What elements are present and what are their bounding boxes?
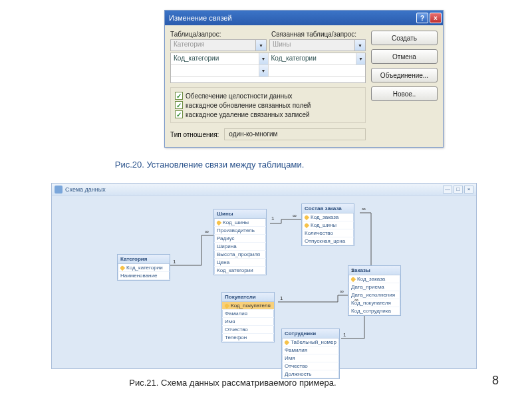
related-table-combo-value: Шины	[273, 41, 291, 48]
table-field[interactable]: Фамилия	[222, 310, 274, 318]
table-field[interactable]: Высота_профиля	[214, 251, 266, 259]
table-field[interactable]: Код_заказа	[348, 275, 400, 283]
checkbox-integrity-label: Обеспечение целостности данных	[186, 92, 292, 100]
table-field[interactable]: Количество	[302, 229, 354, 237]
help-button[interactable]: ?	[416, 13, 428, 23]
table-pokupateli[interactable]: ПокупателиКод_покупателяФамилияИмяОтчест…	[221, 292, 275, 342]
table-field[interactable]: Цена	[214, 259, 266, 267]
table-field[interactable]: Отпускная_цена	[302, 237, 354, 245]
checkbox-cascade-update-label: каскадное обновление связанных полей	[186, 102, 311, 109]
rel-many: ∞	[340, 289, 344, 295]
schema-titlebar[interactable]: Схема данных — □ ×	[52, 184, 476, 196]
rel-many: ∞	[354, 297, 358, 303]
checkbox-cascade-delete[interactable]: ✓	[175, 110, 183, 118]
checkbox-cascade-update[interactable]: ✓	[175, 101, 183, 109]
related-table-combo[interactable]: Шины ▼	[269, 39, 366, 51]
dialog-titlebar[interactable]: Изменение связей ? ×	[165, 11, 443, 25]
close-button[interactable]: ×	[430, 13, 442, 23]
table-field[interactable]: Имя	[222, 318, 274, 326]
table-combo-value: Категория	[174, 41, 205, 48]
cancel-button[interactable]: Отмена	[371, 49, 438, 64]
new-button[interactable]: Новое..	[371, 86, 438, 101]
rel-one: 1	[351, 267, 354, 273]
data-schema-window: Схема данных — □ × КатегорияКод_категори…	[51, 183, 477, 369]
rel-one: 1	[271, 215, 274, 221]
table-field[interactable]: Радиус	[214, 235, 266, 243]
table-field[interactable]: Фамилия	[282, 346, 339, 354]
table-header: Покупатели	[222, 293, 274, 302]
table-field[interactable]: Табельный_номер	[282, 338, 339, 346]
table-combo[interactable]: Категория ▼	[170, 39, 267, 51]
table-field[interactable]: Код_покупателя	[222, 302, 274, 310]
rel-one: 1	[343, 332, 346, 338]
rel-many: ∞	[205, 229, 209, 235]
table-field[interactable]: Код_шины	[302, 221, 354, 229]
table-query-label: Таблица/запрос:	[170, 31, 265, 38]
table-kategoria[interactable]: КатегорияКод_категорииНаименование	[117, 254, 170, 281]
rel-many: ∞	[293, 213, 297, 219]
table-field[interactable]: Имя	[282, 354, 339, 362]
table-field[interactable]: Ширина	[214, 243, 266, 251]
app-icon	[55, 186, 63, 194]
close-button[interactable]: ×	[464, 186, 473, 194]
chevron-down-icon: ▼	[255, 40, 266, 51]
rel-many: ∞	[362, 206, 366, 212]
rel-one: 1	[173, 259, 176, 265]
table-field[interactable]: Отчество	[282, 362, 339, 370]
rel-one: 1	[280, 295, 283, 301]
table-header: Сотрудники	[282, 329, 339, 338]
maximize-button[interactable]: □	[454, 186, 463, 194]
create-button[interactable]: Создать	[371, 31, 438, 45]
table-field[interactable]: Отчество	[222, 326, 274, 334]
figure-20-caption: Рис.20. Установление связи между таблица…	[66, 160, 352, 170]
checkbox-integrity[interactable]: ✓	[175, 92, 183, 100]
relationship-type-label: Тип отношения:	[170, 131, 219, 138]
dialog-title: Изменение связей	[169, 14, 416, 22]
minimize-button[interactable]: —	[443, 186, 452, 194]
table-sostav[interactable]: Состав заказаКод_заказаКод_шиныКоличеств…	[301, 203, 354, 246]
related-table-label: Связанная таблица/запрос:	[271, 31, 366, 38]
table-field[interactable]: Код_заказа	[302, 213, 354, 221]
table-field[interactable]: Код_категории	[214, 267, 266, 275]
field-left: Код_категории	[174, 55, 219, 62]
table-field[interactable]: Производитель	[214, 227, 266, 235]
join-button[interactable]: Объединение...	[371, 68, 438, 82]
table-shiny[interactable]: ШиныКод_шиныПроизводительРадиусШиринаВыс…	[213, 209, 267, 275]
checkbox-cascade-delete-label: каскадное удаление связанных записей	[186, 111, 310, 118]
field-right: Код_категории	[271, 55, 317, 62]
table-field[interactable]: Дата_приема	[348, 283, 400, 291]
table-field[interactable]: Код_сотрудника	[348, 307, 400, 315]
figure-21-caption: Рис.21. Схема данных рассматриваемого пр…	[66, 378, 399, 388]
table-field[interactable]: Код_шины	[214, 219, 266, 227]
table-field[interactable]: Наименование	[118, 272, 170, 280]
table-header: Категория	[118, 255, 170, 264]
chevron-down-icon: ▼	[259, 53, 268, 65]
table-header: Состав заказа	[302, 204, 354, 213]
table-field[interactable]: Код_категории	[118, 264, 170, 272]
table-header: Шины	[214, 209, 266, 219]
table-field[interactable]: Телефон	[222, 334, 274, 342]
field-mapping-grid[interactable]: Код_категории ▼ Код_категории ▼ ▼	[170, 53, 366, 83]
chevron-down-icon: ▼	[259, 65, 268, 76]
table-header: Заказы	[348, 266, 400, 275]
page-number: 8	[492, 374, 499, 388]
chevron-down-icon: ▼	[354, 40, 365, 51]
table-zakazy[interactable]: ЗаказыКод_заказаДата_приемаДата_исполнен…	[348, 265, 401, 316]
chevron-down-icon: ▼	[356, 53, 365, 65]
edit-relationships-dialog: Изменение связей ? × Таблица/запрос: Свя…	[164, 10, 444, 148]
schema-title: Схема данных	[65, 186, 106, 193]
table-sotrudniki[interactable]: СотрудникиТабельный_номерФамилияИмяОтчес…	[281, 329, 340, 379]
integrity-options-group: ✓ Обеспечение целостности данных ✓ каска…	[170, 87, 366, 123]
relationship-type-value: один-ко-многим	[224, 128, 366, 140]
schema-canvas[interactable]: КатегорияКод_категорииНаименование ШиныК…	[52, 196, 476, 368]
